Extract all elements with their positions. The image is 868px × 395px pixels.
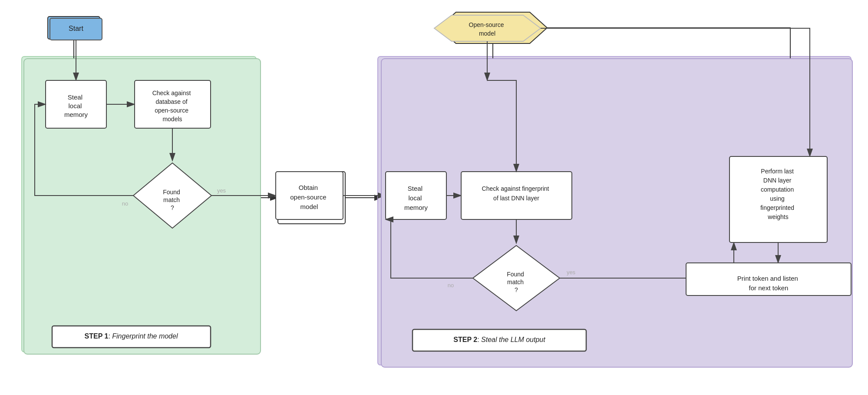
step1-label-text: STEP 1: Fingerprint the model [85, 332, 178, 340]
step2-label-text: STEP 2: Steal the LLM output [453, 336, 545, 343]
no2-text: no [448, 282, 454, 289]
main-diagram: Start Steal local memory Check against d… [0, 0, 868, 395]
no1-text: no [122, 200, 128, 207]
open-source-shape [434, 15, 541, 41]
yes1-text: yes [217, 187, 226, 194]
yes2-text: yes [567, 269, 576, 276]
start-text: Start [69, 25, 83, 32]
